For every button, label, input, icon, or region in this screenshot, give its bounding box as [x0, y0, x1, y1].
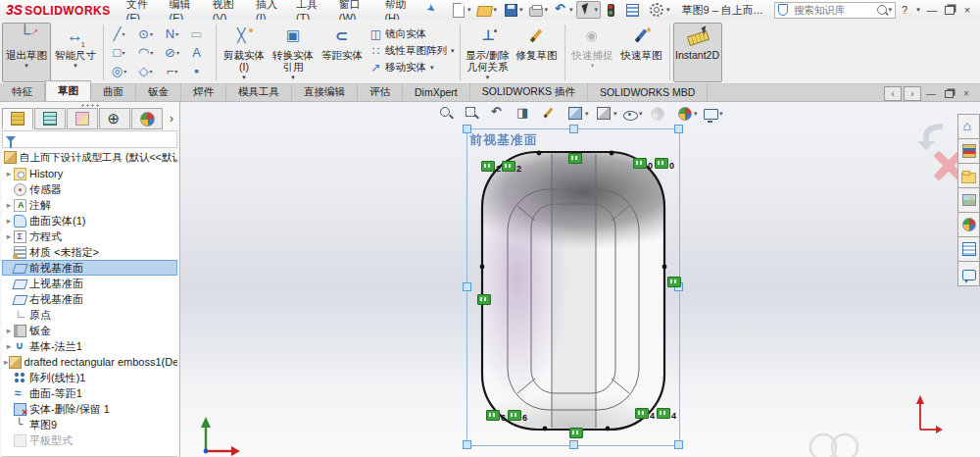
toolbar-button[interactable]: ▾ — [576, 1, 601, 19]
tree-root-item[interactable]: 自上而下设计成型工具 (默认<<默认>. ^ — [2, 149, 177, 166]
toolbar-button[interactable]: ▾ — [501, 1, 526, 20]
search-caret-icon[interactable]: ▾ — [888, 6, 892, 14]
view-toolbar-button[interactable] — [514, 104, 539, 123]
window-control-button[interactable]: ▾ — [913, 2, 923, 18]
ribbon-tab[interactable]: 模具工具 — [226, 83, 292, 101]
view-toolbar-button[interactable]: ▾ — [564, 103, 593, 124]
tree-item[interactable]: 原点 — [2, 307, 177, 323]
tree-item[interactable]: 材质 <未指定> — [2, 244, 177, 260]
tree-item[interactable]: ▸ 方程式 — [2, 228, 177, 244]
ribbon-tab[interactable]: DimXpert — [403, 83, 470, 101]
expand-arrow-icon[interactable]: ▸ — [4, 200, 14, 210]
tree-item[interactable]: ▸ 基体-法兰1 — [2, 338, 177, 354]
task-pane-button[interactable] — [957, 261, 980, 286]
document-window-button[interactable]: ‹ — [884, 86, 902, 101]
window-control-button[interactable]: — — [923, 2, 941, 18]
tree-item[interactable]: 阵列(线性)1 — [2, 370, 177, 385]
selection-handle[interactable] — [569, 440, 578, 449]
expand-arrow-icon[interactable]: ▸ — [4, 326, 14, 335]
dropdown-caret-icon[interactable]: ▾ — [24, 62, 28, 69]
sketch-relation-badge[interactable]: 6 — [486, 410, 500, 421]
sketch-entity-button[interactable]: ⊘ ▾ — [160, 43, 186, 62]
dropdown-caret-icon[interactable]: ▾ — [123, 68, 128, 75]
sketch-relation-badge[interactable] — [667, 277, 681, 287]
tree-filter-box[interactable] — [2, 130, 177, 148]
selection-handle[interactable] — [569, 125, 578, 133]
sketch-entity-button[interactable]: A — [186, 43, 213, 62]
panel-tab[interactable] — [131, 108, 163, 129]
window-control-button[interactable]: ? — [896, 2, 913, 18]
sketch-relation-badge[interactable]: 6 — [508, 410, 521, 421]
selection-handle[interactable] — [674, 125, 683, 133]
ribbon-button[interactable]: 退出草图 ▾ — [2, 23, 51, 82]
dropdown-caret-icon[interactable]: ▾ — [451, 47, 455, 55]
task-pane-button[interactable] — [957, 138, 980, 164]
ribbon-button[interactable]: 转换实体引用 ▾ — [269, 23, 318, 82]
dropdown-caret-icon[interactable]: ▾ — [613, 110, 619, 118]
ribbon-small-button[interactable]: ↗ 移动实体 ▾ — [367, 59, 457, 76]
sketch-relation-badge[interactable] — [569, 428, 583, 438]
document-window-button[interactable]: × — [958, 87, 974, 100]
ribbon-button[interactable]: 修复草图 — [513, 23, 562, 82]
ribbon-button[interactable]: 剪裁实体(I) ▾ — [220, 23, 269, 82]
dropdown-caret-icon[interactable]: ▾ — [150, 49, 155, 56]
expand-arrow-icon[interactable]: ▸ — [4, 341, 14, 351]
ribbon-tab[interactable]: 草图 — [45, 80, 91, 101]
ribbon-tab[interactable]: 评估 — [358, 83, 403, 101]
view-toolbar-button[interactable] — [437, 104, 463, 123]
ribbon-tab[interactable]: 钣金 — [136, 83, 181, 101]
ribbon-tab[interactable]: 特征 — [0, 83, 45, 101]
expand-arrow-icon[interactable]: ▸ — [4, 231, 14, 241]
ribbon-tab[interactable]: 焊件 — [181, 83, 226, 101]
dropdown-caret-icon[interactable]: ▾ — [122, 49, 126, 56]
sketch-relation-badge[interactable]: 2 — [481, 161, 495, 172]
tree-item[interactable]: 草图9 — [2, 417, 177, 432]
search-input[interactable] — [792, 3, 877, 17]
view-toolbar-button[interactable]: ▾ — [621, 105, 647, 123]
window-control-button[interactable]: × — [958, 2, 976, 18]
sketch-entity-button[interactable]: ⊙ ▾ — [133, 25, 160, 43]
sketch-entity-button[interactable]: ╱ ▾ — [107, 25, 133, 43]
pin-menu-icon[interactable]: ➤ — [423, 1, 441, 19]
dropdown-caret-icon[interactable]: ▾ — [122, 30, 126, 37]
dropdown-caret-icon[interactable]: ▾ — [175, 30, 180, 37]
ribbon-button[interactable]: 显示/删除几何关系 ▾ — [464, 23, 513, 82]
tree-item[interactable]: ▸ drafted rectangular emboss1(De — [2, 354, 177, 370]
ribbon-button[interactable]: Instant2D — [673, 23, 722, 82]
sketch-entity-button[interactable]: ◠ ▾ — [133, 43, 160, 62]
sketch-entity-button[interactable]: N ▾ — [160, 25, 186, 43]
ribbon-button[interactable]: 快速草图 — [617, 23, 666, 82]
view-toolbar-button[interactable]: ▾ — [593, 103, 621, 124]
graphics-area[interactable]: ▾ ▾ ▾ ▾ ▾ — [180, 102, 980, 457]
dropdown-caret-icon[interactable]: ▾ — [174, 68, 179, 75]
sketch-relation-badge[interactable]: 2 — [502, 161, 515, 172]
dropdown-caret-icon[interactable]: ▾ — [74, 62, 77, 69]
selection-handle[interactable] — [463, 440, 471, 449]
dropdown-caret-icon[interactable]: ▾ — [694, 110, 700, 118]
ribbon-button[interactable]: 等距实体 — [318, 23, 367, 82]
dropdown-caret-icon[interactable]: ▾ — [569, 6, 573, 14]
sketch-selection-box[interactable] — [466, 128, 680, 446]
sketch-relation-badge[interactable] — [568, 153, 582, 164]
tree-item[interactable]: 右视基准面 — [2, 291, 177, 307]
toolbar-button[interactable]: ▾ — [526, 2, 551, 19]
panel-tab[interactable] — [99, 108, 130, 129]
sketch-relation-badge[interactable]: 4 — [635, 408, 649, 419]
task-pane-button[interactable] — [957, 236, 980, 262]
document-window-button[interactable]: › — [904, 86, 921, 101]
toolbar-button[interactable]: ▾ — [645, 0, 673, 21]
sketch-relation-badge[interactable]: 0 — [633, 158, 647, 169]
dropdown-caret-icon[interactable]: ▾ — [719, 110, 725, 118]
dropdown-caret-icon[interactable]: ▾ — [493, 6, 497, 14]
dropdown-caret-icon[interactable]: ▾ — [519, 6, 523, 14]
dropdown-caret-icon[interactable]: ▾ — [591, 62, 595, 69]
toolbar-button[interactable]: ▾ — [448, 1, 474, 20]
sketch-entity-button[interactable]: ◎ ▾ — [107, 62, 133, 80]
tree-item[interactable]: ▸ 曲面实体(1) — [2, 213, 177, 228]
sketch-entity-button[interactable]: ⌐ ▾ — [160, 62, 186, 80]
sketch-entity-button[interactable]: □ ▾ — [107, 43, 133, 62]
ribbon-tab[interactable]: SOLIDWORKS 插件 — [470, 83, 588, 101]
selection-handle[interactable] — [674, 440, 683, 449]
tree-item[interactable]: 实体-删除/保留 1 — [2, 401, 177, 417]
tree-item[interactable]: ▸ 钣金 — [2, 323, 177, 338]
